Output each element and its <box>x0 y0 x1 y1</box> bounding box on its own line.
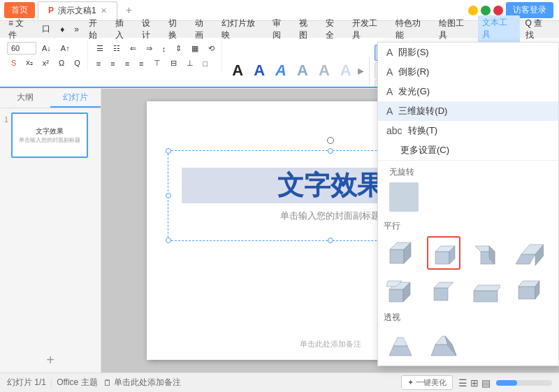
align-right[interactable]: ≡ <box>121 57 133 70</box>
handle-middle-left[interactable] <box>166 193 171 198</box>
menu-redo[interactable]: ♦ <box>56 23 68 36</box>
format-more[interactable]: Q <box>70 57 85 69</box>
add-note-button[interactable]: 🗒 单击此处添加备注 <box>103 377 181 389</box>
handle-top-center[interactable] <box>328 148 333 154</box>
indent-decrease[interactable]: ⇐ <box>126 42 140 55</box>
beautify-button[interactable]: ✦ 一键美化 <box>401 375 453 390</box>
no-rotate-section: 无旋转 <box>378 161 558 217</box>
reflect-icon: A <box>386 66 393 78</box>
status-middle: ✦ 一键美化 <box>401 375 453 390</box>
rotate3d-option[interactable]: A 三维旋转(D) <box>378 101 558 121</box>
list-ordered[interactable]: ☷ <box>109 42 124 55</box>
list-unordered[interactable]: ☰ <box>92 42 108 55</box>
parallel-shape-1[interactable] <box>384 236 417 270</box>
more-settings-option[interactable]: 更多设置(C) <box>378 140 558 160</box>
font-size-input[interactable]: 60 <box>7 42 36 55</box>
parallel-shape-4[interactable] <box>513 236 546 270</box>
parallel-shape-3[interactable] <box>470 236 503 270</box>
menu-insert[interactable]: 插入 <box>111 16 136 43</box>
menu-review[interactable]: 审阅 <box>268 16 293 43</box>
perspective-shape-1[interactable] <box>384 328 417 361</box>
font-size-down[interactable]: A↓ <box>38 42 55 55</box>
status-separator: | <box>50 378 52 388</box>
font-size-up[interactable]: A↑ <box>57 42 74 55</box>
align-justify[interactable]: ≡ <box>135 57 147 70</box>
text-box[interactable]: □ <box>199 57 212 70</box>
panel-tab-slides[interactable]: 幻灯片 <box>50 89 101 108</box>
text-style-more[interactable]: ▸ <box>358 63 364 78</box>
parallel-shape-6[interactable] <box>427 273 460 306</box>
svg-marker-24 <box>393 337 407 346</box>
menu-design[interactable]: 设计 <box>138 16 163 43</box>
align-bottom[interactable]: ⊥ <box>182 57 198 70</box>
menu-developer[interactable]: 开发工具 <box>348 16 390 43</box>
parallel-shape-2[interactable] <box>427 236 460 270</box>
font-color-btn[interactable]: S <box>7 57 20 69</box>
rotate-handle[interactable] <box>327 137 334 144</box>
view-grid-icon[interactable]: ⊞ <box>470 377 479 389</box>
menu-search[interactable]: Q 查找 <box>521 16 556 43</box>
parallel-shape-7[interactable] <box>470 273 503 306</box>
text-style-2[interactable]: A <box>249 60 269 81</box>
menu-drawing-tools[interactable]: 绘图工具 <box>435 16 477 43</box>
subscript-btn[interactable]: x₂ <box>22 56 37 69</box>
menu-text-tools[interactable]: 文本工具 <box>478 15 520 43</box>
text-style-4[interactable]: A <box>293 60 312 81</box>
svg-marker-18 <box>474 291 498 302</box>
text-style-3[interactable]: A <box>271 60 291 81</box>
view-normal-icon[interactable]: ▤ <box>481 377 491 389</box>
shadow-option[interactable]: A 阴影(S) <box>378 43 558 62</box>
text-direction[interactable]: ⟲ <box>204 42 219 55</box>
zoom-slider[interactable] <box>496 380 552 386</box>
align-center[interactable]: ≡ <box>106 57 119 70</box>
maximize-button[interactable] <box>481 6 491 15</box>
minimize-button[interactable] <box>468 6 478 15</box>
menu-file[interactable]: ≡ 文件 <box>4 16 36 43</box>
thumb-title: 文字效果 <box>19 126 80 136</box>
align-top[interactable]: ⊤ <box>150 57 165 70</box>
text-style-1[interactable]: A <box>228 60 247 81</box>
align-middle[interactable]: ⊟ <box>166 57 181 70</box>
view-list-icon[interactable]: ☰ <box>458 377 467 389</box>
thumb-content: 文字效果 单击输入您的封面副标题 <box>19 126 80 144</box>
reflect-option[interactable]: A 倒影(R) <box>378 62 558 82</box>
parallel-shape-8[interactable] <box>513 273 546 306</box>
handle-top-left[interactable] <box>166 148 171 154</box>
svg-marker-0 <box>390 249 404 263</box>
menu-edit[interactable]: 口 <box>38 22 55 36</box>
text-style-6[interactable]: A <box>336 60 356 81</box>
align-left[interactable]: ≡ <box>92 57 105 70</box>
parallel-shape-5[interactable] <box>384 273 417 306</box>
menu-view[interactable]: 视图 <box>295 16 320 43</box>
columns[interactable]: ▦ <box>187 42 203 55</box>
tab-close-icon[interactable]: ✕ <box>101 6 107 15</box>
menu-home[interactable]: 开始 <box>85 16 110 43</box>
clear-format-btn[interactable]: Ω <box>55 57 68 69</box>
handle-bottom-center[interactable] <box>328 238 333 243</box>
glow-option[interactable]: A 发光(G) <box>378 82 558 101</box>
menu-security[interactable]: 安全 <box>321 16 347 43</box>
superscript-btn[interactable]: x² <box>38 57 53 69</box>
add-slide-area[interactable]: + <box>0 352 101 368</box>
rotate3d-label: 三维旋转(D) <box>398 105 447 117</box>
slide-thumbnail[interactable]: 文字效果 单击输入您的封面副标题 <box>11 112 88 158</box>
close-button[interactable] <box>493 6 503 15</box>
para-spacing[interactable]: ⇕ <box>171 42 186 55</box>
menu-animations[interactable]: 动画 <box>191 16 216 43</box>
menu-transitions[interactable]: 切换 <box>164 16 189 43</box>
menu-slideshow[interactable]: 幻灯片放映 <box>217 16 268 43</box>
add-slide-icon[interactable]: + <box>46 352 55 368</box>
text-style-5[interactable]: A <box>314 60 334 81</box>
transform-label: 转换(T) <box>408 124 438 137</box>
beautify-label: 一键美化 <box>416 378 447 386</box>
menu-more[interactable]: » <box>70 23 83 36</box>
no-rotate-label: 无旋转 <box>384 164 553 180</box>
line-spacing[interactable]: ↕ <box>158 43 170 55</box>
no-rotate-shape[interactable] <box>384 180 553 215</box>
menu-special[interactable]: 特色功能 <box>391 16 433 43</box>
perspective-shape-2[interactable] <box>427 328 460 361</box>
handle-bottom-left[interactable] <box>166 238 171 243</box>
transform-option[interactable]: abc 转换(T) <box>378 121 558 140</box>
indent-increase[interactable]: ⇒ <box>142 42 157 55</box>
panel-tab-outline[interactable]: 大纲 <box>0 89 50 108</box>
